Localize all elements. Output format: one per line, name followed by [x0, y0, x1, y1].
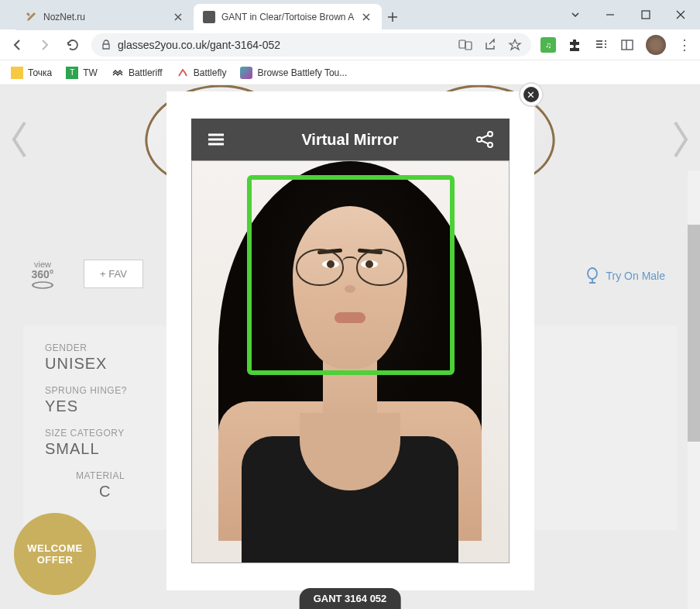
- product-name-pill[interactable]: GANT 3164 052: [300, 588, 401, 609]
- bookmark-item[interactable]: Browse Battlefy Tou...: [240, 67, 347, 79]
- svg-point-7: [488, 132, 492, 136]
- url-text: glasses2you.co.uk/gant-3164-052: [118, 39, 280, 51]
- site-icon: [203, 11, 215, 23]
- new-tab-button[interactable]: [382, 6, 403, 28]
- svg-rect-0: [642, 11, 650, 19]
- close-tab-button[interactable]: [360, 11, 372, 23]
- bookmark-label: Battleriff: [129, 67, 163, 78]
- close-window-button[interactable]: [664, 0, 699, 29]
- bookmark-item[interactable]: T TW: [66, 67, 98, 79]
- close-tab-button[interactable]: [172, 11, 184, 23]
- bookmark-icon: T: [66, 67, 78, 79]
- translate-icon[interactable]: [458, 38, 472, 52]
- maximize-button[interactable]: [628, 0, 664, 29]
- virtual-mirror-modal: ✕ Virtual Mirror: [166, 91, 534, 590]
- bookmark-icon: [11, 67, 23, 79]
- star-icon[interactable]: [508, 38, 522, 52]
- virtual-mirror-preview[interactable]: [191, 160, 510, 563]
- chrome-menu-button[interactable]: ⋮: [677, 37, 692, 53]
- bookmark-label: Browse Battlefy Tou...: [257, 67, 347, 78]
- minimize-button[interactable]: [593, 0, 629, 29]
- svg-rect-2: [465, 42, 472, 50]
- modal-close-button[interactable]: ✕: [519, 82, 544, 107]
- share-icon[interactable]: [474, 129, 496, 150]
- close-icon: ✕: [523, 87, 539, 102]
- music-extension-icon[interactable]: ♫: [540, 37, 556, 53]
- svg-rect-3: [622, 40, 633, 50]
- tools-icon: [25, 11, 37, 23]
- forward-button[interactable]: [36, 36, 54, 54]
- bookmark-label: Точка: [28, 67, 52, 78]
- face-detection-guide: [247, 175, 455, 375]
- browser-tab[interactable]: NozNet.ru: [15, 4, 194, 30]
- svg-rect-1: [459, 40, 465, 48]
- bookmark-label: Battlefly: [194, 67, 227, 78]
- tab-title: NozNet.ru: [43, 12, 85, 22]
- extensions-icon[interactable]: [567, 37, 582, 53]
- bookmark-label: TW: [83, 67, 98, 78]
- browser-tab[interactable]: GANT in Clear/Tortoise Brown A: [194, 4, 382, 30]
- bookmark-item[interactable]: Battlefly: [177, 67, 227, 79]
- sidebar-icon[interactable]: [619, 37, 635, 53]
- profile-avatar[interactable]: [646, 35, 666, 55]
- bookmark-item[interactable]: Battleriff: [112, 67, 163, 79]
- bookmark-icon: [112, 67, 124, 79]
- share-icon[interactable]: [483, 38, 497, 52]
- menu-icon[interactable]: [205, 129, 227, 150]
- bookmark-icon: [240, 67, 252, 79]
- tab-dropdown-button[interactable]: [558, 0, 593, 29]
- bookmark-item[interactable]: Точка: [11, 67, 52, 79]
- lock-icon: [101, 40, 112, 50]
- reload-button[interactable]: [63, 36, 82, 54]
- modal-overlay: ✕ Virtual Mirror: [0, 85, 700, 609]
- modal-header: Virtual Mirror: [191, 119, 510, 160]
- tab-title: GANT in Clear/Tortoise Brown A: [221, 12, 354, 22]
- bookmark-icon: [177, 67, 189, 79]
- address-bar[interactable]: glasses2you.co.uk/gant-3164-052: [91, 33, 531, 57]
- svg-point-8: [488, 143, 492, 147]
- back-button[interactable]: [8, 36, 26, 54]
- modal-title: Virtual Mirror: [301, 131, 398, 149]
- svg-point-6: [477, 137, 482, 142]
- reading-list-icon[interactable]: [593, 37, 609, 53]
